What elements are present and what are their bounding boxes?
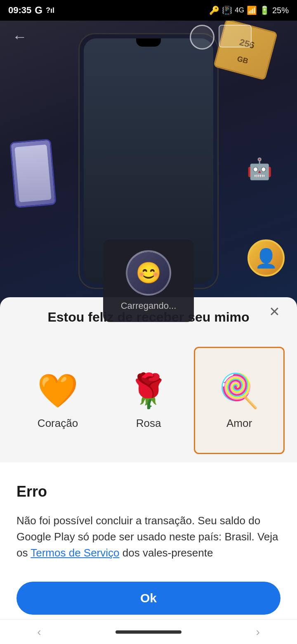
error-message: Não foi possível concluir a transação. S…	[16, 513, 280, 561]
signal-icon: ?ıl	[46, 6, 54, 15]
bottom-nav: ‹ ›	[0, 619, 297, 644]
time: 09:35	[8, 5, 31, 16]
user-avatar-badge	[248, 239, 285, 277]
gift-item-amor[interactable]: 🍭 Amor	[194, 347, 285, 454]
loading-text: Carregando...	[121, 301, 177, 311]
battery-percent: 25%	[272, 6, 289, 15]
gift-label-rosa: Rosa	[136, 417, 161, 430]
back-button[interactable]: ←	[12, 28, 27, 45]
gift-item-rosa[interactable]: 🌹 Rosa	[103, 347, 194, 454]
status-left: 09:35 G ?ıl	[8, 5, 54, 16]
terms-of-service-link[interactable]: Termos de Serviço	[31, 547, 119, 559]
gift-label-amor: Amor	[226, 417, 252, 430]
google-icon: G	[35, 5, 42, 16]
gift-item-coracao[interactable]: 🧡 Coração	[12, 347, 103, 454]
gifts-row: 🧡 Coração 🌹 Rosa 🍭 Amor	[0, 347, 297, 454]
tablet-item	[9, 139, 57, 208]
signal-bars-icon: 📶	[247, 5, 257, 15]
nav-forward-arrow[interactable]: ›	[256, 625, 259, 639]
rectangle-button	[219, 25, 252, 47]
status-bar: 09:35 G ?ıl 🔑 📳 4G 📶 🔋 25%	[0, 0, 297, 21]
gift-emoji-coracao: 🧡	[37, 372, 78, 410]
close-button[interactable]: ✕	[264, 301, 285, 322]
vibrate-icon: 📳	[222, 5, 232, 15]
robot-item: 🤖	[247, 157, 272, 181]
loading-avatar	[126, 250, 171, 296]
battery-icon: 🔋	[259, 5, 270, 15]
status-right: 🔑 📳 4G 📶 🔋 25%	[209, 5, 289, 15]
nav-back-arrow[interactable]: ‹	[37, 625, 41, 639]
gift-label-coracao: Coração	[38, 417, 78, 430]
phone-notch	[136, 38, 161, 47]
error-title: Erro	[16, 483, 280, 500]
gift-emoji-rosa: 🌹	[128, 372, 169, 410]
error-dialog: Erro Não foi possível concluir a transaç…	[0, 462, 297, 631]
loading-overlay: Carregando...	[103, 239, 194, 322]
ok-button[interactable]: Ok	[16, 582, 280, 615]
loading-spinner	[126, 250, 171, 296]
home-indicator[interactable]	[116, 630, 182, 634]
key-icon: 🔑	[209, 5, 219, 15]
error-message-part2: dos vales-presente	[120, 547, 213, 559]
circle-button	[190, 25, 214, 50]
network-4g-icon: 4G	[235, 6, 244, 14]
gift-emoji-amor: 🍭	[219, 372, 260, 410]
